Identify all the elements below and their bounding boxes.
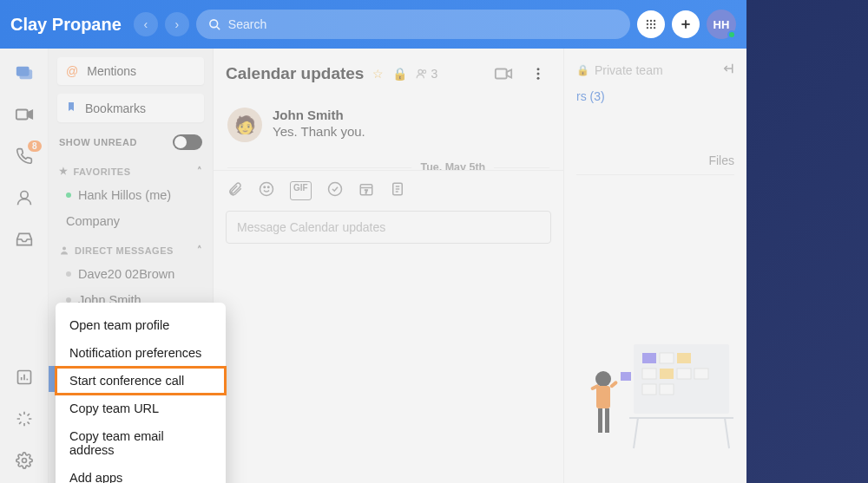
svg-point-10 <box>654 27 655 29</box>
video-call-button[interactable] <box>494 64 513 83</box>
task-icon[interactable] <box>327 181 343 200</box>
svg-text:7: 7 <box>365 189 368 194</box>
rail-messages-icon[interactable] <box>14 62 35 83</box>
menu-item[interactable]: Copy team URL <box>56 395 226 422</box>
svg-rect-53 <box>677 369 691 379</box>
svg-point-23 <box>62 246 66 250</box>
lock-icon: 🔒 <box>576 64 589 76</box>
bookmarks-label: Bookmarks <box>85 101 146 115</box>
svg-rect-54 <box>694 369 708 379</box>
rail-contacts-icon[interactable] <box>14 187 35 208</box>
svg-point-25 <box>424 70 427 74</box>
message-avatar: 🧑 <box>227 108 262 142</box>
mentions-pill[interactable]: @ Mentions <box>57 57 204 85</box>
svg-point-17 <box>20 192 27 199</box>
svg-rect-48 <box>642 353 656 363</box>
svg-rect-49 <box>660 353 674 363</box>
dialpad-icon <box>645 18 657 30</box>
plus-icon <box>680 18 692 30</box>
member-count: 3 <box>431 67 437 81</box>
show-unread-toggle[interactable] <box>173 134 202 150</box>
svg-point-5 <box>647 23 648 25</box>
files-tab[interactable]: Files <box>708 147 734 174</box>
menu-item[interactable]: Start conference call <box>56 367 226 395</box>
bookmark-icon <box>66 101 76 115</box>
svg-rect-62 <box>598 408 602 433</box>
svg-rect-63 <box>605 408 609 433</box>
more-button[interactable] <box>525 61 551 87</box>
dialpad-button[interactable] <box>637 10 665 38</box>
brand: Clay Propane <box>10 15 122 35</box>
lock-icon: 🔒 <box>392 67 407 81</box>
at-icon: @ <box>66 64 78 78</box>
svg-rect-52 <box>660 369 674 379</box>
svg-marker-16 <box>27 110 31 118</box>
rail-apps-icon[interactable] <box>14 408 35 429</box>
search-input[interactable]: Search <box>196 10 630 39</box>
conversation-title: Calendar updates <box>226 64 364 83</box>
new-button[interactable] <box>672 10 700 38</box>
sidebar-item[interactable]: Company <box>49 208 213 234</box>
star-icon: ★ <box>59 166 69 177</box>
sidebar-item-label: Company <box>66 214 120 228</box>
menu-item[interactable]: Add apps <box>56 464 226 483</box>
svg-rect-55 <box>642 384 656 395</box>
menu-item[interactable]: Notification preferences <box>56 339 226 367</box>
svg-rect-60 <box>609 381 618 388</box>
sidebar-item[interactable]: Hank Hillos (me) <box>49 182 213 208</box>
svg-line-46 <box>634 418 638 448</box>
rail-inbox-icon[interactable] <box>14 229 35 250</box>
svg-rect-51 <box>642 369 656 379</box>
favorites-header: FAVORITES <box>74 166 131 177</box>
svg-point-7 <box>654 23 655 25</box>
emoji-icon[interactable] <box>259 181 274 200</box>
bookmarks-pill[interactable]: Bookmarks <box>57 94 204 122</box>
sidebar-item[interactable]: Dave20 02Brown <box>49 261 213 287</box>
svg-point-31 <box>260 183 273 196</box>
nav-forward-button[interactable]: › <box>165 12 189 36</box>
favorite-star-icon[interactable]: ☆ <box>372 67 384 81</box>
phone-badge: 8 <box>28 140 42 152</box>
members-link[interactable]: rs (3) <box>576 89 734 103</box>
svg-line-1 <box>217 26 220 29</box>
menu-item[interactable]: Copy team email address <box>56 422 226 464</box>
expand-icon[interactable] <box>719 61 734 79</box>
chevron-up-icon[interactable]: ˄ <box>197 245 203 256</box>
avatar[interactable]: HH <box>707 10 736 39</box>
svg-point-3 <box>650 20 652 22</box>
message-text: Yes. Thank you. <box>273 124 549 139</box>
rail-settings-icon[interactable] <box>14 450 35 471</box>
more-vertical-icon <box>530 66 546 82</box>
svg-point-22 <box>22 459 26 463</box>
sidebar-item-label: Hank Hillos (me) <box>78 188 171 202</box>
svg-point-30 <box>537 77 540 80</box>
search-placeholder: Search <box>228 17 266 31</box>
gif-icon[interactable]: GIF <box>290 181 312 200</box>
note-icon[interactable] <box>390 181 405 200</box>
svg-point-29 <box>537 73 540 75</box>
svg-point-57 <box>595 371 611 387</box>
composer-input[interactable]: Message Calendar updates <box>226 211 551 244</box>
svg-rect-15 <box>16 110 27 120</box>
avatar-initials: HH <box>713 18 730 31</box>
message-author: John Smith <box>273 108 344 122</box>
svg-rect-50 <box>677 353 691 363</box>
svg-point-9 <box>650 27 652 29</box>
attach-icon[interactable] <box>227 181 243 200</box>
rail-analytics-icon[interactable] <box>14 367 35 388</box>
mentions-label: Mentions <box>87 64 136 78</box>
nav-back-button[interactable]: ‹ <box>134 12 158 36</box>
rail-phone-icon[interactable]: 8 <box>14 146 35 166</box>
person-icon <box>59 245 69 256</box>
rail-video-icon[interactable] <box>14 104 35 125</box>
menu-item[interactable]: Open team profile <box>56 311 226 339</box>
svg-line-47 <box>725 418 729 448</box>
presence-dot-icon <box>66 193 71 198</box>
presence-dot-icon <box>727 30 736 39</box>
dms-header: DIRECT MESSAGES <box>75 245 174 256</box>
calendar-icon[interactable]: 7 <box>358 181 374 200</box>
svg-rect-56 <box>660 384 674 395</box>
svg-rect-58 <box>596 386 610 408</box>
svg-marker-27 <box>507 69 512 77</box>
chevron-up-icon[interactable]: ˄ <box>197 166 203 177</box>
